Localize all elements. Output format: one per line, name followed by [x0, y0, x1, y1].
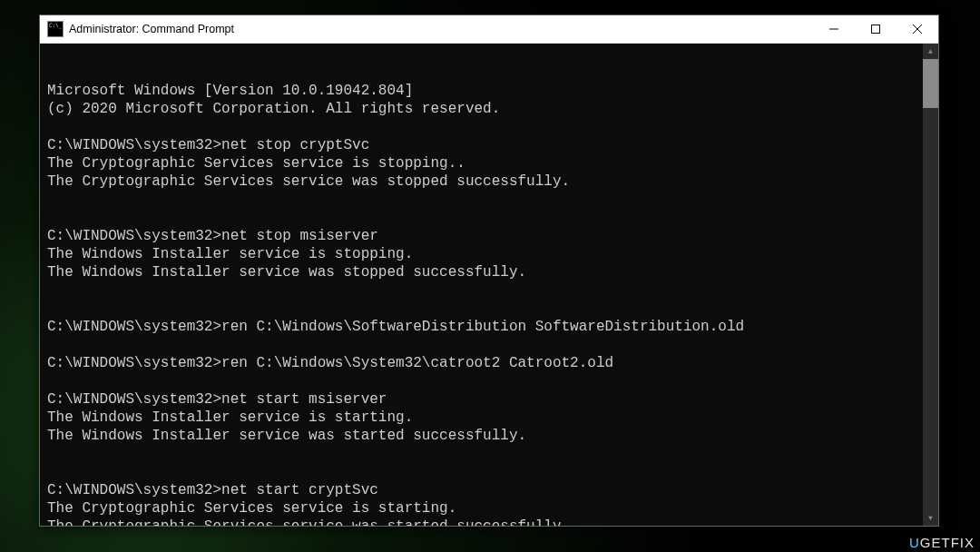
close-button[interactable]: [897, 15, 938, 43]
console-area[interactable]: Microsoft Windows [Version 10.0.19042.80…: [40, 44, 938, 526]
window-title: Administrator: Command Prompt: [69, 23, 813, 35]
maximize-icon: [871, 25, 880, 34]
scrollbar-track[interactable]: [923, 44, 938, 526]
scroll-down-button[interactable]: ▼: [923, 510, 938, 526]
minimize-icon: [829, 25, 838, 34]
cmd-icon: [47, 21, 64, 37]
command-prompt-window: Administrator: Command Prompt Microsoft …: [39, 15, 939, 527]
scrollbar-thumb[interactable]: [923, 59, 938, 108]
minimize-button[interactable]: [813, 15, 855, 43]
watermark-u: U: [909, 535, 920, 550]
close-icon: [913, 25, 922, 34]
maximize-button[interactable]: [855, 15, 897, 43]
watermark: UGETFIX: [909, 535, 975, 550]
scroll-up-button[interactable]: ▲: [923, 44, 938, 59]
watermark-rest: GETFIX: [920, 535, 975, 550]
svg-rect-1: [872, 25, 880, 34]
window-controls: [813, 15, 938, 43]
console-output: Microsoft Windows [Version 10.0.19042.80…: [40, 80, 938, 526]
titlebar[interactable]: Administrator: Command Prompt: [40, 15, 938, 44]
